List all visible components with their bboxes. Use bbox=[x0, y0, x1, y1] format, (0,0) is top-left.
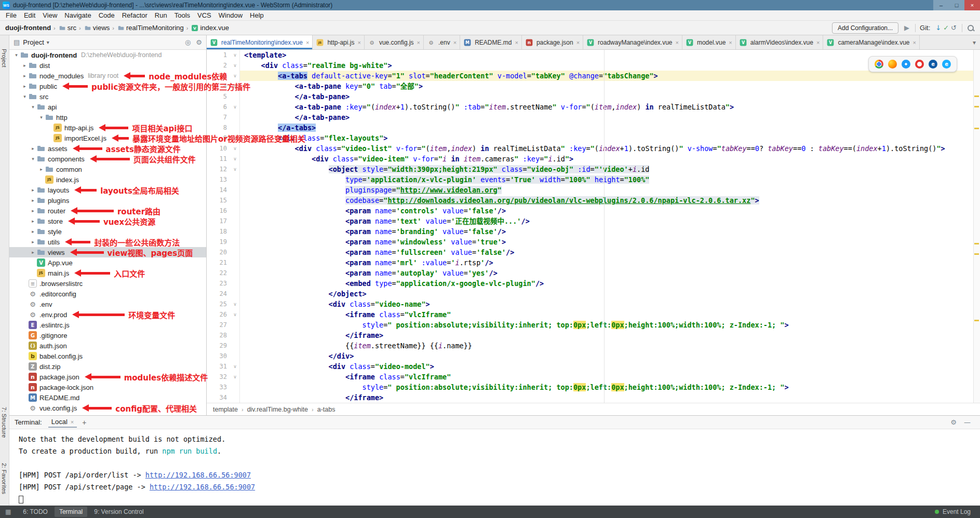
tree-item-views[interactable]: ▸viewsview视图、pages页面 bbox=[9, 247, 206, 257]
event-log-button[interactable]: Event Log bbox=[943, 508, 971, 515]
chevron-collapsed-icon[interactable]: ▸ bbox=[37, 167, 45, 172]
close-tab-icon[interactable]: × bbox=[912, 39, 916, 46]
fold-icon[interactable]: ∨ bbox=[231, 60, 240, 71]
tree-item-layouts[interactable]: ▸layoutslayouts全局布局相关 bbox=[9, 185, 206, 195]
tree-item-env[interactable]: .env bbox=[9, 299, 206, 309]
settings-gear-icon[interactable]: ⚙ bbox=[950, 418, 957, 426]
tree-item-duoji-frontend[interactable]: ▾duoji-frontendD:\zheheWeb\duoji-fronten… bbox=[9, 50, 206, 60]
statusbar-9-version-control[interactable]: 9: Version Control bbox=[89, 507, 148, 517]
maximize-button[interactable]: □ bbox=[949, 0, 964, 10]
chevron-expanded-icon[interactable]: ▾ bbox=[12, 52, 20, 58]
breadcrumb-index-vue[interactable]: index.vue bbox=[191, 24, 229, 32]
fold-icon[interactable]: ∨ bbox=[231, 143, 240, 154]
add-configuration-button[interactable]: Add Configuration... bbox=[832, 22, 898, 34]
warning-mark-icon[interactable] bbox=[974, 253, 979, 255]
menu-tools[interactable]: Tools bbox=[171, 11, 194, 19]
tab-env[interactable]: .env× bbox=[424, 35, 460, 49]
tree-item-utils[interactable]: ▸utils封装的一些公共函数方法 bbox=[9, 237, 206, 247]
close-tab-icon[interactable]: × bbox=[676, 39, 679, 46]
warning-mark-icon[interactable] bbox=[974, 243, 979, 244]
tab-roadwaymanage-index-vue[interactable]: roadwayManage\index.vue× bbox=[583, 35, 682, 49]
warning-mark-icon[interactable] bbox=[974, 96, 979, 97]
git-rollback-icon[interactable]: ↺ bbox=[950, 24, 958, 32]
tree-item-index-js[interactable]: index.js bbox=[9, 174, 206, 185]
chevron-collapsed-icon[interactable]: ▸ bbox=[29, 187, 37, 193]
toolwindow-button-7-structure[interactable]: 7: Structure bbox=[1, 407, 7, 438]
menu-refactor[interactable]: Refactor bbox=[118, 11, 151, 19]
statusbar-6-todo[interactable]: 6: TODO bbox=[18, 507, 52, 517]
tab-alarmvideos-index-vue[interactable]: alarmVideos\index.vue× bbox=[736, 35, 824, 49]
tree-item-gitignore[interactable]: .gitignore bbox=[9, 330, 206, 340]
tab-list-icon[interactable]: ▾ bbox=[969, 39, 980, 46]
tree-item-package-lock-json[interactable]: package-lock.json bbox=[9, 382, 206, 392]
tree-item-main-js[interactable]: main.js入口文件 bbox=[9, 268, 206, 278]
tree-item-api[interactable]: ▾api bbox=[9, 102, 206, 112]
tree-item-eslintrc-js[interactable]: .eslintrc.js bbox=[9, 320, 206, 330]
ie-browser-icon[interactable] bbox=[942, 60, 951, 69]
chevron-collapsed-icon[interactable]: ▸ bbox=[29, 250, 37, 255]
close-tab-icon[interactable]: × bbox=[417, 39, 420, 46]
tab-http-api-js[interactable]: http-api.js× bbox=[313, 35, 364, 49]
tree-item-dist-zip[interactable]: dist.zip bbox=[9, 361, 206, 372]
fold-icon[interactable]: ∨ bbox=[231, 361, 240, 372]
tree-item-babel-config-js[interactable]: babel.config.js bbox=[9, 351, 206, 361]
project-panel-title[interactable]: Project bbox=[23, 38, 44, 46]
menu-navigate[interactable]: Navigate bbox=[61, 11, 95, 19]
fold-icon[interactable]: ∨ bbox=[231, 372, 240, 382]
fold-icon[interactable]: ∨ bbox=[231, 102, 240, 112]
close-tab-icon[interactable]: × bbox=[515, 39, 518, 46]
close-tab-icon[interactable]: × bbox=[729, 39, 732, 46]
tree-item-store[interactable]: ▸storevuex公共资源 bbox=[9, 216, 206, 226]
breadcrumb-realtimemonitoring[interactable]: realTimeMonitoring bbox=[117, 24, 184, 32]
tab-vue-config-js[interactable]: vue.config.js× bbox=[365, 35, 424, 49]
tree-item-assets[interactable]: ▸assetsassets静态资源文件 bbox=[9, 143, 206, 154]
breadcrumb-src[interactable]: src bbox=[58, 24, 76, 32]
terminal-link[interactable]: http://192.168.66.56:9007 bbox=[150, 483, 255, 491]
locate-file-icon[interactable]: ◎ bbox=[185, 38, 191, 46]
menu-edit[interactable]: Edit bbox=[20, 11, 39, 19]
menu-window[interactable]: Window bbox=[215, 11, 246, 19]
chevron-collapsed-icon[interactable]: ▸ bbox=[21, 73, 29, 78]
toolwindow-switcher-icon[interactable]: ▦ bbox=[5, 508, 11, 515]
warning-mark-icon[interactable] bbox=[974, 128, 979, 129]
tree-item-src[interactable]: ▾src bbox=[9, 91, 206, 102]
search-icon[interactable] bbox=[966, 24, 975, 32]
firefox-browser-icon[interactable] bbox=[888, 60, 897, 69]
tree-item-importexcel-js[interactable]: importExcel.js暴露环境变量地址给图片or视频资源路径变量相关 bbox=[9, 133, 206, 143]
close-tab-icon[interactable]: × bbox=[357, 39, 360, 46]
tab-package-json[interactable]: package.json× bbox=[522, 35, 583, 49]
tab-readme-md[interactable]: README.md× bbox=[460, 35, 522, 49]
new-terminal-session-icon[interactable]: + bbox=[82, 418, 86, 427]
tree-item-node-modules[interactable]: ▸node_moduleslibrary rootnode_modules依赖 bbox=[9, 71, 206, 81]
fold-icon[interactable]: ∨ bbox=[231, 50, 240, 60]
tree-item-env-prod[interactable]: .env.prod环境变量文件 bbox=[9, 309, 206, 320]
tree-item-browserslistrc[interactable]: .browserslistrc bbox=[9, 278, 206, 289]
tree-item-http-api-js[interactable]: http-api.js项目相关api接口 bbox=[9, 122, 206, 133]
tab-realtimemonitoring-index-vue[interactable]: realTimeMonitoring\index.vue× bbox=[207, 35, 313, 49]
tab-cameramanage-index-vue[interactable]: cameraManage\index.vue× bbox=[823, 35, 920, 49]
chrome-browser-icon[interactable] bbox=[875, 60, 883, 69]
tree-item-editorconfig[interactable]: .editorconfig bbox=[9, 289, 206, 299]
menu-code[interactable]: Code bbox=[95, 11, 118, 19]
chevron-expanded-icon[interactable]: ▾ bbox=[21, 94, 29, 99]
minimize-button[interactable]: – bbox=[933, 0, 949, 10]
tree-item-readme-md[interactable]: README.md bbox=[9, 392, 206, 403]
breadcrumb-duoji-frontend[interactable]: duoji-frontend bbox=[5, 24, 51, 32]
tree-item-app-vue[interactable]: App.vue bbox=[9, 257, 206, 268]
fold-icon[interactable]: ∨ bbox=[231, 154, 240, 164]
menu-file[interactable]: File bbox=[2, 11, 20, 19]
close-tab-icon[interactable]: × bbox=[576, 39, 580, 46]
fold-icon[interactable]: ∨ bbox=[231, 309, 240, 320]
chevron-collapsed-icon[interactable]: ▸ bbox=[21, 84, 29, 89]
chevron-collapsed-icon[interactable]: ▸ bbox=[29, 239, 37, 244]
run-icon[interactable]: ▶ bbox=[903, 24, 911, 32]
hide-panel-icon[interactable]: — bbox=[964, 418, 971, 426]
tree-item-http[interactable]: ▾http bbox=[9, 112, 206, 122]
tree-item-common[interactable]: ▸common bbox=[9, 164, 206, 174]
opera-browser-icon[interactable] bbox=[915, 60, 924, 69]
fold-icon[interactable]: ∨ bbox=[231, 299, 240, 309]
tree-item-dist[interactable]: ▸dist bbox=[9, 60, 206, 71]
terminal-tab-local[interactable]: Local × bbox=[48, 417, 77, 428]
close-icon[interactable]: × bbox=[71, 419, 74, 425]
editor-breadcrumb-a-tabs[interactable]: a-tabs bbox=[317, 406, 335, 413]
